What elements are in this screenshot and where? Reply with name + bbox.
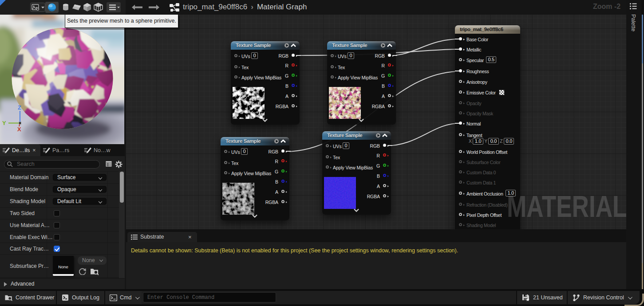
svg-text:Y: Y <box>2 120 6 126</box>
svg-text:Z: Z <box>18 104 21 111</box>
svg-text:X: X <box>17 126 21 133</box>
